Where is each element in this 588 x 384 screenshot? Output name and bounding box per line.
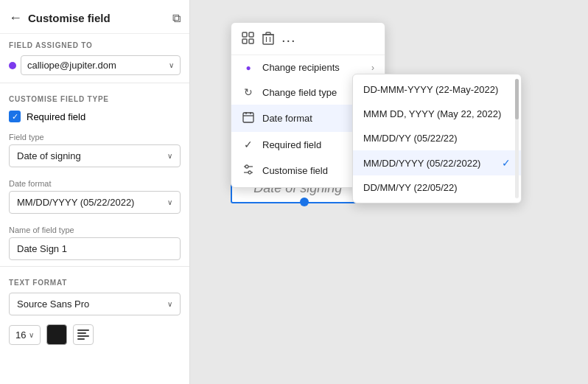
required-checkbox[interactable]: ✓ (9, 111, 21, 122)
right-panel: ··· ● Change recipients › ↻ Change field… (190, 0, 588, 384)
color-picker[interactable] (46, 324, 67, 345)
change-recipients-label: Change recipients (262, 62, 340, 73)
size-align-row: 16 ∨ (0, 321, 189, 354)
svg-rect-2 (77, 335, 89, 337)
size-select[interactable]: 16 ∨ (9, 325, 41, 345)
submenu-scroll-thumb (515, 79, 519, 119)
svg-rect-3 (77, 338, 85, 340)
panel-title: Customise field (28, 12, 111, 24)
field-assigned-label: FIELD ASSIGNED TO (0, 34, 189, 52)
submenu-item-mm-dd-yyyy[interactable]: MM/DD/YYYY (05/22/2022) ✓ (353, 150, 521, 175)
submenu-label: MM/DD/YY (05/22/22) (363, 133, 458, 144)
name-field-group: Name of field type (0, 220, 189, 266)
assigned-chevron: ∨ (169, 61, 174, 69)
customise-section-label: CUSTOMISE FIELD TYPE (0, 83, 189, 106)
svg-rect-6 (242, 39, 247, 43)
svg-rect-1 (77, 332, 86, 334)
copy-button[interactable]: ⧉ (172, 12, 181, 25)
submenu-scrollbar (515, 79, 519, 198)
text-format-label: TEXT FORMAT (9, 273, 181, 290)
purple-dot (9, 62, 16, 69)
change-field-type-label: Change field type (262, 87, 337, 98)
left-panel: ← Customise field ⧉ FIELD ASSIGNED TO ca… (0, 0, 190, 384)
text-format-section: TEXT FORMAT (0, 267, 189, 290)
align-icon[interactable] (73, 324, 94, 345)
submenu-item-dd-mmm-yyyy[interactable]: DD-MMM-YYYY (22-May-2022) (353, 77, 521, 102)
submenu-item-mmm-dd-yyyy[interactable]: MMM DD, YYYY (May 22, 2022) (353, 102, 521, 126)
submenu-label: DD/MM/YY (22/05/22) (363, 182, 458, 193)
submenu-item-mm-dd-yy[interactable]: MM/DD/YY (05/22/22) (353, 126, 521, 150)
menu-item-left: Date format (242, 111, 312, 125)
size-chevron: ∨ (29, 331, 34, 339)
svg-rect-7 (249, 39, 253, 43)
required-field-menu-label: Required field (262, 139, 321, 150)
back-header: ← Customise field ⧉ (0, 0, 189, 34)
grid-icon[interactable] (242, 32, 255, 49)
resize-handle[interactable] (300, 198, 309, 206)
name-field-label: Name of field type (9, 226, 181, 234)
customise-field-type-label: CUSTOMISE FIELD TYPE (9, 89, 181, 106)
required-label: Required field (27, 111, 85, 122)
field-type-chevron: ∨ (167, 152, 172, 160)
required-row[interactable]: ✓ Required field (0, 106, 189, 127)
assigned-row: calliope@jupiter.dom ∨ (0, 52, 189, 83)
date-format-chevron: ∨ (167, 198, 172, 206)
more-icon[interactable]: ··· (281, 32, 296, 49)
menu-item-left: ● Change recipients (242, 62, 340, 73)
submenu-item-dd-mm-yy[interactable]: DD/MM/YY (22/05/22) (353, 175, 521, 200)
svg-rect-13 (243, 113, 253, 122)
date-format-submenu: DD-MMM-YYYY (22-May-2022) MMM DD, YYYY (… (352, 74, 522, 203)
date-format-group: Date format MM/DD/YYYY (05/22/2022) ∨ (0, 173, 189, 220)
assigned-email: calliope@jupiter.dom (27, 60, 116, 71)
svg-point-18 (245, 165, 248, 168)
calendar-icon (242, 111, 255, 125)
size-value: 16 (15, 329, 26, 341)
field-type-label: Field type (9, 133, 181, 142)
context-menu-toolbar: ··· (231, 26, 385, 55)
refresh-icon: ↻ (242, 86, 255, 98)
back-button[interactable]: ← (9, 10, 22, 26)
change-recipients-arrow: › (371, 63, 374, 73)
svg-rect-8 (263, 35, 273, 44)
field-type-value: Date of signing (17, 150, 81, 161)
menu-item-left: ✓ Required field (242, 139, 321, 150)
submenu-label: DD-MMM-YYYY (22-May-2022) (363, 84, 498, 95)
date-format-select[interactable]: MM/DD/YYYY (05/22/2022) ∨ (9, 191, 181, 214)
menu-item-left: Customise field (242, 164, 328, 178)
date-format-label: Date format (9, 179, 181, 188)
field-type-group: Field type Date of signing ∨ (0, 127, 189, 173)
svg-rect-4 (242, 32, 247, 37)
svg-point-20 (248, 171, 251, 174)
name-field-input[interactable] (9, 237, 181, 260)
svg-rect-5 (249, 32, 253, 37)
trash-icon[interactable] (262, 32, 274, 49)
menu-item-left: ↻ Change field type (242, 86, 337, 98)
svg-rect-0 (77, 329, 89, 331)
purple-circle-icon: ● (242, 63, 255, 73)
font-select-row: Source Sans Pro ∨ (0, 290, 189, 321)
field-type-select[interactable]: Date of signing ∨ (9, 144, 181, 167)
selected-checkmark: ✓ (502, 157, 511, 169)
check-icon: ✓ (242, 139, 255, 150)
sliders-icon (242, 164, 255, 178)
assigned-select[interactable]: calliope@jupiter.dom ∨ (21, 55, 181, 75)
date-format-menu-label: Date format (262, 113, 312, 124)
customise-field-menu-label: Customise field (262, 165, 328, 176)
submenu-label: MM/DD/YYYY (05/22/2022) (363, 158, 480, 169)
date-format-value: MM/DD/YYYY (05/22/2022) (17, 197, 134, 208)
font-chevron: ∨ (167, 300, 172, 308)
submenu-label: MMM DD, YYYY (May 22, 2022) (363, 108, 501, 119)
font-value: Source Sans Pro (17, 299, 89, 310)
font-select[interactable]: Source Sans Pro ∨ (9, 293, 181, 315)
